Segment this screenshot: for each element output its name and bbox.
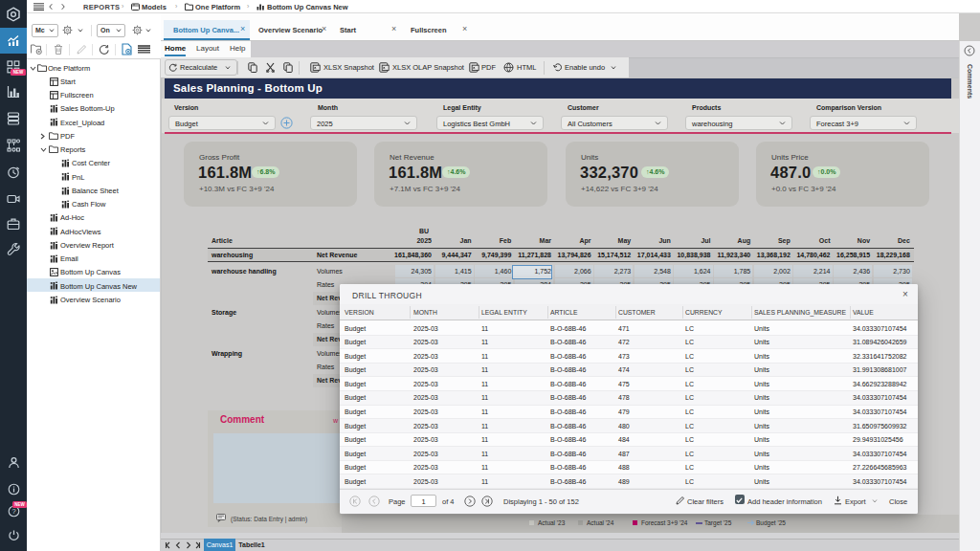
svg-text:?: ? [11,507,15,516]
